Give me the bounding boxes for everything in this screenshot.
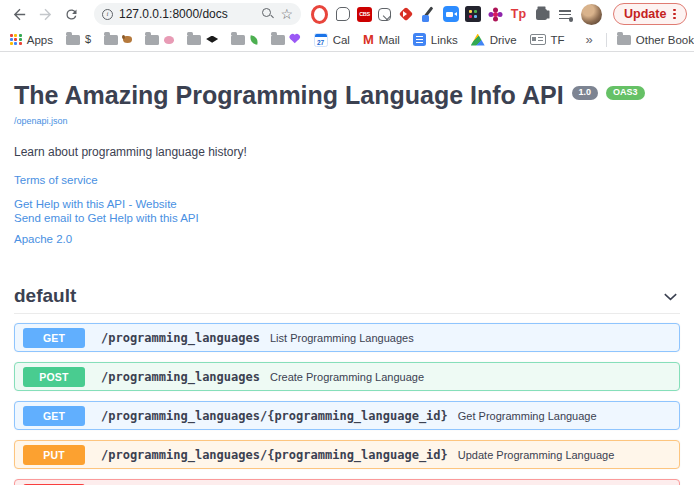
bookmark-folder[interactable] xyxy=(187,35,218,45)
api-description: Learn about programming language history… xyxy=(14,145,680,159)
folder-icon xyxy=(187,35,201,45)
brain-icon xyxy=(164,36,174,44)
drive-label: Drive xyxy=(490,34,517,46)
playlist-icon[interactable] xyxy=(556,6,573,23)
mail-label: Mail xyxy=(379,34,400,46)
bookmark-star-icon[interactable]: ☆ xyxy=(280,7,293,21)
extensions-strip: CBSTp xyxy=(311,6,573,23)
api-operation-row[interactable]: DELETE /programming_languages/{programmi… xyxy=(14,479,680,485)
eyedropper-icon[interactable] xyxy=(420,6,437,23)
folder-icon xyxy=(617,35,631,45)
tf-label: TF xyxy=(551,34,565,46)
address-bar[interactable]: i 127.0.0.1:8000/docs ☆ xyxy=(94,3,301,25)
operations-list: GET /programming_languages List Programm… xyxy=(14,323,680,485)
red-diamond-icon[interactable] xyxy=(397,6,414,23)
api-operation-row[interactable]: POST /programming_languages Create Progr… xyxy=(14,362,680,391)
bookmarks-bar: Apps $ 27 Cal M Mail Links Drive TF » xyxy=(0,28,694,52)
chevron-down-icon[interactable] xyxy=(661,287,680,306)
heart-icon xyxy=(291,35,299,43)
other-bookmarks[interactable]: Other Bookmarks xyxy=(617,34,694,46)
url-text[interactable]: 127.0.0.1:8000/docs xyxy=(119,7,256,21)
bookmark-apps[interactable]: Apps xyxy=(10,34,53,46)
bookmark-folders: $ xyxy=(66,34,301,45)
openapi-json-link[interactable]: /openapi.json xyxy=(14,116,68,126)
endpoint-path: /programming_languages/{programming_lang… xyxy=(101,448,448,462)
method-badge: POST xyxy=(23,367,85,387)
bookmark-tf[interactable]: TF xyxy=(530,34,565,46)
forward-arrow-icon xyxy=(37,6,54,23)
section-title: default xyxy=(14,285,76,307)
bookmarks-overflow-chevron[interactable]: » xyxy=(586,32,593,47)
links-label: Links xyxy=(431,34,458,46)
help-website-link[interactable]: Get Help with this API - Website xyxy=(14,198,680,210)
links-icon xyxy=(413,33,426,46)
profile-avatar[interactable] xyxy=(581,4,602,25)
reload-button[interactable] xyxy=(60,3,82,25)
bookmark-folder[interactable]: $ xyxy=(66,34,91,45)
terms-of-service-link[interactable]: Terms of service xyxy=(14,174,680,186)
bookmark-folder[interactable] xyxy=(271,35,301,45)
gmail-icon: M xyxy=(363,33,374,46)
pocket-icon[interactable] xyxy=(378,8,391,21)
folder-icon xyxy=(271,35,285,45)
folder-icon xyxy=(104,35,118,45)
dog-icon xyxy=(123,36,132,43)
endpoint-path: /programming_languages/{programming_lang… xyxy=(101,409,448,423)
method-badge: PUT xyxy=(23,445,85,465)
back-arrow-icon xyxy=(11,6,28,23)
tp-icon[interactable]: Tp xyxy=(510,6,527,23)
zoom-magnifier-icon[interactable] xyxy=(262,8,274,20)
puzzle-icon[interactable] xyxy=(533,6,550,23)
bookmark-folder[interactable] xyxy=(145,35,174,45)
default-section-header[interactable]: default xyxy=(14,285,680,314)
bookmark-folder[interactable] xyxy=(104,35,132,45)
apps-grid-icon xyxy=(10,34,22,46)
leaf-icon xyxy=(249,35,258,44)
swagger-docs-page: The Amazing Programming Language Info AP… xyxy=(0,52,694,485)
bookmark-mail[interactable]: M Mail xyxy=(363,33,400,46)
bookmark-drive[interactable]: Drive xyxy=(471,34,517,46)
graduation-icon xyxy=(206,36,218,44)
dollar-icon: $ xyxy=(85,34,91,45)
back-button[interactable] xyxy=(8,3,30,25)
calendar-icon: 27 xyxy=(314,33,328,47)
endpoint-summary: Update Programming Language xyxy=(458,449,615,461)
method-badge: GET xyxy=(23,328,85,348)
red-ring-icon[interactable] xyxy=(311,6,328,23)
browser-chrome: i 127.0.0.1:8000/docs ☆ CBSTp Update App… xyxy=(0,0,694,52)
cbs-badge-icon[interactable]: CBS xyxy=(357,7,372,22)
endpoint-summary: List Programming Languages xyxy=(270,332,414,344)
apps-label: Apps xyxy=(27,34,53,46)
bookmarks-divider xyxy=(606,33,607,47)
chat-bubble-icon[interactable] xyxy=(334,6,351,23)
folder-icon xyxy=(66,35,80,45)
folder-icon xyxy=(145,35,159,45)
dark-pattern-icon[interactable] xyxy=(465,6,481,22)
cal-label: Cal xyxy=(333,34,350,46)
version-badge: 1.0 xyxy=(572,86,599,100)
folder-icon xyxy=(231,35,245,45)
api-operation-row[interactable]: PUT /programming_languages/{programming_… xyxy=(14,440,680,469)
update-label: Update xyxy=(624,7,666,21)
api-operation-row[interactable]: GET /programming_languages List Programm… xyxy=(14,323,680,352)
license-link[interactable]: Apache 2.0 xyxy=(14,233,680,245)
chrome-update-button[interactable]: Update xyxy=(613,3,687,25)
endpoint-path: /programming_languages xyxy=(101,331,260,345)
page-info-icon[interactable]: i xyxy=(102,9,113,20)
flower-icon[interactable] xyxy=(487,6,504,23)
bookmark-links[interactable]: Links xyxy=(413,33,458,46)
endpoint-path: /programming_languages xyxy=(101,370,260,384)
bookmark-folder[interactable] xyxy=(231,35,258,45)
video-camera-icon[interactable] xyxy=(443,6,459,22)
api-title-text: The Amazing Programming Language Info AP… xyxy=(14,82,564,110)
endpoint-summary: Create Programming Language xyxy=(270,371,424,383)
forward-button[interactable] xyxy=(34,3,56,25)
bookmark-cal[interactable]: 27 Cal xyxy=(314,33,350,47)
api-operation-row[interactable]: GET /programming_languages/{programming_… xyxy=(14,401,680,430)
endpoint-summary: Get Programming Language xyxy=(458,410,597,422)
kebab-menu-icon[interactable] xyxy=(673,9,675,20)
browser-toolbar: i 127.0.0.1:8000/docs ☆ CBSTp Update xyxy=(0,0,694,28)
help-email-link[interactable]: Send email to Get Help with this API xyxy=(14,212,680,224)
other-bookmarks-label: Other Bookmarks xyxy=(636,34,694,46)
reload-icon xyxy=(64,7,79,22)
